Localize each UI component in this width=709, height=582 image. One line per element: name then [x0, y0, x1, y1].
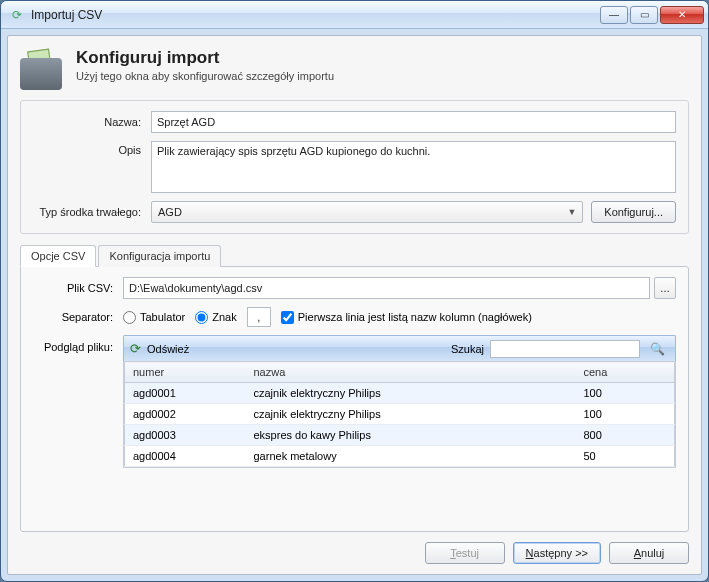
- table-row[interactable]: agd0004garnek metalowy50: [125, 446, 675, 467]
- col-nazwa[interactable]: nazwa: [246, 362, 576, 383]
- table-cell: ekspres do kawy Philips: [246, 425, 576, 446]
- tabs: Opcje CSV Konfiguracja importu Plik CSV:…: [20, 244, 689, 532]
- table-row[interactable]: agd0002czajnik elektryczny Philips100: [125, 404, 675, 425]
- preview-table: numer nazwa cena agd0001czajnik elektryc…: [124, 361, 675, 467]
- wallet-icon: [20, 52, 62, 90]
- dialog-window: ⟳ Importuj CSV ― ▭ ✕ Konfiguruj import U…: [0, 0, 709, 582]
- search-input[interactable]: [490, 340, 640, 358]
- radio-tabulator-input[interactable]: [123, 311, 136, 324]
- cancel-button[interactable]: Anuluj: [609, 542, 689, 564]
- table-cell: 50: [576, 446, 675, 467]
- table-cell: agd0001: [125, 383, 246, 404]
- maximize-button[interactable]: ▭: [630, 6, 658, 24]
- close-button[interactable]: ✕: [660, 6, 704, 24]
- minimize-button[interactable]: ―: [600, 6, 628, 24]
- table-row[interactable]: agd0003ekspres do kawy Philips800: [125, 425, 675, 446]
- tab-csv-options[interactable]: Opcje CSV: [20, 245, 96, 267]
- titlebar[interactable]: ⟳ Importuj CSV ― ▭ ✕: [1, 1, 708, 29]
- table-cell: 100: [576, 383, 675, 404]
- header-checkbox-input[interactable]: [281, 311, 294, 324]
- col-cena[interactable]: cena: [576, 362, 675, 383]
- type-value: AGD: [158, 206, 182, 218]
- preview-label: Podgląd pliku:: [33, 335, 123, 353]
- page-title: Konfiguruj import: [76, 48, 334, 68]
- desc-label: Opis: [33, 141, 151, 156]
- basic-group: Nazwa: Opis Typ środka trwałego: AGD ▼ K…: [20, 100, 689, 234]
- table-cell: agd0002: [125, 404, 246, 425]
- radio-tabulator-label: Tabulator: [140, 311, 185, 323]
- type-combo[interactable]: AGD ▼: [151, 201, 583, 223]
- radio-char-label: Znak: [212, 311, 236, 323]
- page-header: Konfiguruj import Użyj tego okna aby sko…: [20, 48, 689, 90]
- name-label: Nazwa:: [33, 116, 151, 128]
- header-checkbox[interactable]: Pierwsza linia jest listą nazw kolumn (n…: [281, 311, 532, 324]
- refresh-label[interactable]: Odśwież: [147, 343, 189, 355]
- tab-import-config[interactable]: Konfiguracja importu: [98, 245, 221, 267]
- desc-input[interactable]: [151, 141, 676, 193]
- name-input[interactable]: [151, 111, 676, 133]
- table-cell: agd0004: [125, 446, 246, 467]
- type-label: Typ środka trwałego:: [33, 206, 151, 218]
- separator-label: Separator:: [33, 311, 123, 323]
- table-cell: agd0003: [125, 425, 246, 446]
- table-row[interactable]: agd0001czajnik elektryczny Philips100: [125, 383, 675, 404]
- app-icon: ⟳: [9, 7, 25, 23]
- window-buttons: ― ▭ ✕: [598, 6, 704, 24]
- col-numer[interactable]: numer: [125, 362, 246, 383]
- file-input[interactable]: [123, 277, 650, 299]
- client-area: Konfiguruj import Użyj tego okna aby sko…: [7, 35, 702, 575]
- preview-toolbar: ⟳ Odśwież Szukaj 🔍: [123, 335, 676, 361]
- tab-panel-csv: Plik CSV: … Separator: Tabulator Znak: [20, 266, 689, 532]
- browse-button[interactable]: …: [654, 277, 676, 299]
- search-label: Szukaj: [451, 343, 484, 355]
- file-label: Plik CSV:: [33, 282, 123, 294]
- preview-pane: ⟳ Odśwież Szukaj 🔍 numer: [123, 335, 676, 468]
- table-cell: czajnik elektryczny Philips: [246, 383, 576, 404]
- radio-char-input[interactable]: [195, 311, 208, 324]
- table-cell: 800: [576, 425, 675, 446]
- table-cell: 100: [576, 404, 675, 425]
- table-cell: czajnik elektryczny Philips: [246, 404, 576, 425]
- radio-char[interactable]: Znak: [195, 311, 236, 324]
- page-subtitle: Użyj tego okna aby skonfigurować szczegó…: [76, 70, 334, 82]
- configure-button[interactable]: Konfiguruj...: [591, 201, 676, 223]
- test-button[interactable]: Testuj: [425, 542, 505, 564]
- radio-tabulator[interactable]: Tabulator: [123, 311, 185, 324]
- next-button[interactable]: Następny >>: [513, 542, 601, 564]
- footer-buttons: Testuj Następny >> Anuluj: [20, 542, 689, 564]
- table-cell: garnek metalowy: [246, 446, 576, 467]
- refresh-icon[interactable]: ⟳: [130, 341, 141, 356]
- window-title: Importuj CSV: [31, 8, 598, 22]
- chevron-down-icon: ▼: [567, 207, 576, 217]
- search-icon[interactable]: 🔍: [646, 342, 669, 356]
- header-checkbox-label: Pierwsza linia jest listą nazw kolumn (n…: [298, 311, 532, 323]
- separator-char-input[interactable]: [247, 307, 271, 327]
